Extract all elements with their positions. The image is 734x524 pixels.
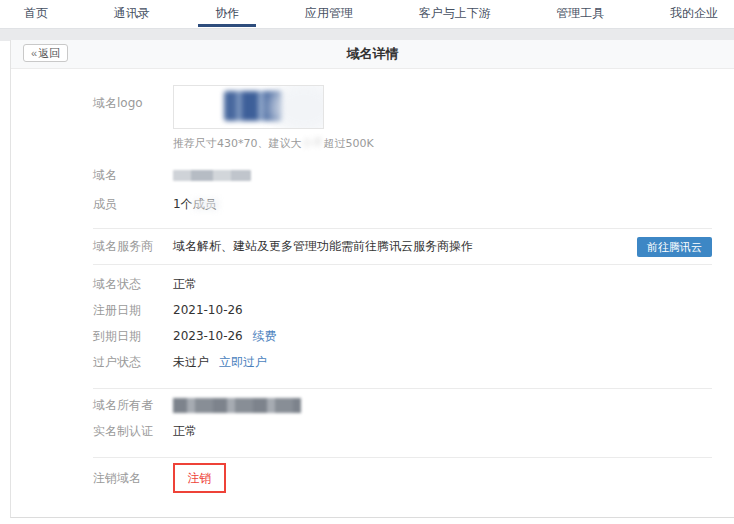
transfer-status-value: 未过户 <box>173 354 209 371</box>
hint-blurred-part: 小不 <box>302 137 324 150</box>
expire-date-label: 到期日期 <box>93 328 173 345</box>
redacted-owner-value <box>173 398 301 413</box>
domain-row: 域名 <box>93 163 734 187</box>
register-date-value: 2021-10-26 <box>173 303 243 317</box>
section-divider <box>93 264 712 265</box>
cancel-domain-label: 注销域名 <box>93 470 173 487</box>
realname-value: 正常 <box>173 423 197 440</box>
domain-status-row: 域名状态 正常 <box>93 271 734 297</box>
domain-label: 域名 <box>93 167 173 184</box>
red-highlight-box: 注销 <box>173 463 226 493</box>
section-divider <box>93 388 712 389</box>
expire-date-row: 到期日期 2023-10-26 续费 <box>93 323 734 349</box>
back-button-label: 返回 <box>38 47 60 59</box>
back-chevron-icon: « <box>31 47 37 59</box>
top-navigation: 首页 通讯录 协作 应用管理 客户与上下游 管理工具 我的企业 <box>0 0 734 28</box>
transfer-status-label: 过户状态 <box>93 354 173 371</box>
logo-row: 域名logo 推荐尺寸430*70、建议大小不超过500K <box>93 85 734 151</box>
cancel-domain-link[interactable]: 注销 <box>188 470 212 487</box>
transfer-now-link[interactable]: 立即过户 <box>219 354 267 371</box>
card-body: 域名logo 推荐尺寸430*70、建议大小不超过500K 域名 成员 1个成员 <box>11 69 734 493</box>
member-row: 成员 1个成员 <box>93 192 734 216</box>
provider-row: 域名服务商 域名解析、建站及更多管理功能需前往腾讯云服务商操作 前往腾讯云 <box>93 229 712 264</box>
nav-tab-admin-tools[interactable]: 管理工具 <box>556 0 604 28</box>
domain-status-label: 域名状态 <box>93 276 173 293</box>
nav-tab-collaboration[interactable]: 协作 <box>215 0 239 28</box>
redacted-domain-value <box>173 170 251 181</box>
blur-smudge <box>269 85 324 129</box>
nav-tab-contacts[interactable]: 通讯录 <box>114 0 150 28</box>
provider-label: 域名服务商 <box>93 238 173 255</box>
nav-tab-customers[interactable]: 客户与上下游 <box>419 0 491 28</box>
expire-date-value: 2023-10-26 <box>173 329 243 343</box>
domain-logo-image[interactable] <box>173 85 324 129</box>
renew-link[interactable]: 续费 <box>253 328 277 345</box>
nav-tab-home[interactable]: 首页 <box>24 0 48 28</box>
card-header: «返回 域名详情 <box>11 40 734 69</box>
logo-field: 推荐尺寸430*70、建议大小不超过500K <box>173 85 374 151</box>
member-label: 成员 <box>93 196 173 213</box>
page-title: 域名详情 <box>11 40 734 68</box>
register-date-row: 注册日期 2021-10-26 <box>93 297 734 323</box>
domain-detail-page: 首页 通讯录 协作 应用管理 客户与上下游 管理工具 我的企业 «返回 域名详情… <box>0 0 734 524</box>
register-date-label: 注册日期 <box>93 302 173 319</box>
logo-label: 域名logo <box>93 85 173 112</box>
domain-status-value: 正常 <box>173 276 197 293</box>
realname-label: 实名制认证 <box>93 423 173 440</box>
realname-row: 实名制认证 正常 <box>93 418 734 444</box>
transfer-status-row: 过户状态 未过户 立即过户 <box>93 349 734 375</box>
provider-description: 域名解析、建站及更多管理功能需前往腾讯云服务商操作 <box>173 238 473 255</box>
nav-tab-my-enterprise[interactable]: 我的企业 <box>670 0 718 28</box>
domain-detail-card: «返回 域名详情 域名logo 推荐尺寸430*70、建议大小不超过500K 域… <box>10 40 734 518</box>
nav-tab-app-management[interactable]: 应用管理 <box>305 0 353 28</box>
cancel-domain-row: 注销域名 注销 <box>93 463 734 493</box>
owner-row: 域名所有者 <box>93 392 734 418</box>
section-divider <box>93 457 712 458</box>
back-button[interactable]: «返回 <box>23 44 68 62</box>
go-to-tencent-cloud-button[interactable]: 前往腾讯云 <box>637 237 712 257</box>
blur-smudge <box>193 199 219 210</box>
logo-size-hint: 推荐尺寸430*70、建议大小不超过500K <box>173 136 374 151</box>
owner-label: 域名所有者 <box>93 397 173 414</box>
